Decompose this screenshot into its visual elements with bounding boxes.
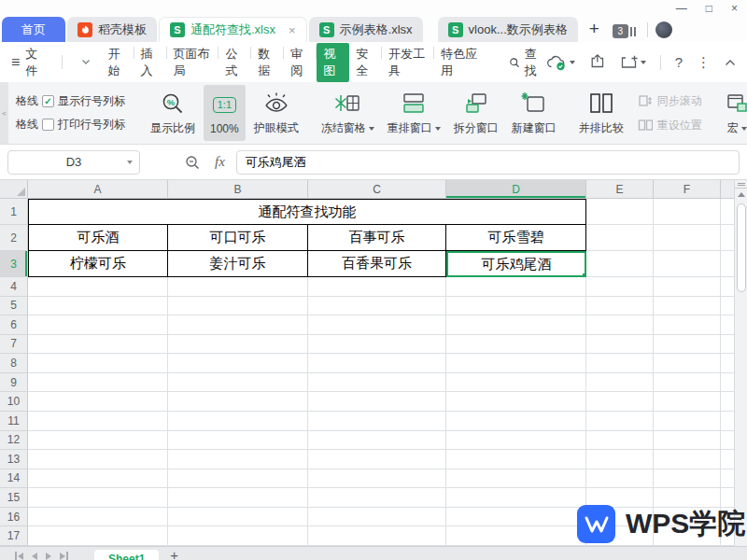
column-header-B[interactable]: B	[168, 180, 308, 198]
menu-item-公式[interactable]: 公式	[218, 43, 251, 82]
row-header-7[interactable]: 7	[0, 335, 28, 355]
row-header-12[interactable]: 12	[0, 431, 28, 451]
more-menu-button[interactable]: ⋮	[697, 54, 711, 71]
row-header-15[interactable]: 15	[0, 488, 28, 508]
cell[interactable]	[28, 488, 168, 508]
select-all-corner[interactable]	[0, 180, 28, 198]
macro-button[interactable]: 宏	[719, 82, 747, 144]
document-tab-4[interactable]: S示例表格.xlsx	[309, 17, 423, 42]
checkbox-checked-icon[interactable]: ✓	[42, 95, 54, 107]
freeze-panes-button[interactable]: 冻结窗格	[315, 82, 381, 144]
cell[interactable]	[446, 335, 586, 355]
cell[interactable]	[28, 297, 168, 316]
menu-item-开始[interactable]: 开始	[102, 43, 134, 82]
row-header-16[interactable]: 16	[0, 508, 28, 527]
cell[interactable]	[446, 488, 586, 508]
close-icon[interactable]: ×	[731, 1, 738, 16]
cell[interactable]	[168, 508, 308, 527]
sheet-tab-sheet1[interactable]: Sheet1	[94, 550, 159, 560]
column-header-D[interactable]: D	[446, 180, 586, 198]
cell[interactable]	[586, 373, 654, 393]
cell[interactable]	[308, 335, 446, 355]
cell[interactable]	[446, 431, 586, 451]
row-header-1[interactable]: 1	[0, 199, 28, 225]
cell[interactable]	[28, 469, 168, 489]
cell[interactable]	[308, 373, 446, 393]
cell-A3[interactable]: 柠檬可乐	[28, 251, 168, 277]
zoom-ratio-button[interactable]: % 显示比例	[144, 82, 202, 144]
cell[interactable]	[586, 412, 654, 431]
zoom-formula-icon[interactable]	[185, 155, 200, 170]
cell[interactable]	[28, 392, 168, 412]
cell[interactable]	[168, 315, 308, 335]
hamburger-icon[interactable]: ≡	[11, 54, 20, 71]
cell[interactable]	[586, 251, 654, 277]
cell-B2[interactable]: 可口可乐	[168, 225, 308, 251]
cell[interactable]	[446, 373, 586, 393]
share-button[interactable]	[589, 53, 606, 72]
cell[interactable]	[168, 431, 308, 451]
row-header-13[interactable]: 13	[0, 450, 28, 469]
cell[interactable]	[654, 225, 721, 251]
fill-handle[interactable]	[582, 273, 586, 277]
cell[interactable]	[308, 297, 446, 316]
cell[interactable]	[446, 508, 586, 527]
cell[interactable]	[586, 225, 654, 251]
row-header-8[interactable]: 8	[0, 354, 28, 373]
cell[interactable]	[586, 450, 654, 469]
cell[interactable]	[654, 277, 721, 297]
row-header-11[interactable]: 11	[0, 412, 28, 431]
cell[interactable]	[28, 508, 168, 527]
split-window-button[interactable]: 拆分窗口	[447, 82, 505, 144]
cell[interactable]	[28, 373, 168, 393]
row-header-17[interactable]: 17	[0, 526, 28, 546]
tab-close-icon[interactable]: ×	[289, 23, 296, 37]
cell[interactable]	[586, 431, 654, 451]
cell-C3[interactable]: 百香果可乐	[308, 251, 446, 277]
maximize-icon[interactable]: □	[706, 1, 712, 16]
cell[interactable]	[168, 488, 308, 508]
menu-item-页面布局[interactable]: 页面布局	[167, 43, 219, 82]
cell[interactable]	[446, 354, 586, 373]
new-tab-button[interactable]: +	[589, 19, 599, 39]
cell[interactable]	[446, 412, 586, 431]
cell[interactable]	[654, 199, 721, 225]
ribbon-collapse-strip[interactable]: <	[0, 82, 8, 144]
eye-protection-button[interactable]: 护眼模式	[247, 82, 305, 144]
cell[interactable]	[308, 469, 446, 489]
cell[interactable]	[308, 354, 446, 373]
cell[interactable]	[28, 412, 168, 431]
cell-B3[interactable]: 姜汁可乐	[168, 251, 308, 277]
cell[interactable]	[168, 469, 308, 489]
fx-icon[interactable]: fx	[215, 154, 225, 170]
cell[interactable]	[446, 297, 586, 316]
next-sheet-button[interactable]	[46, 553, 51, 560]
column-header-A[interactable]: A	[28, 180, 168, 198]
row-header-9[interactable]: 9	[0, 373, 28, 393]
cell[interactable]	[586, 392, 654, 412]
cell[interactable]	[586, 469, 654, 489]
name-box[interactable]: D3	[7, 150, 140, 175]
row-header-6[interactable]: 6	[0, 315, 28, 335]
cell[interactable]	[168, 335, 308, 355]
cell[interactable]	[586, 297, 654, 316]
cell[interactable]	[28, 354, 168, 373]
cell[interactable]	[654, 354, 721, 373]
cell-D3[interactable]: 可乐鸡尾酒	[446, 251, 586, 277]
new-window-button[interactable]: 新建窗口	[505, 82, 563, 144]
cell[interactable]	[308, 431, 446, 451]
cell[interactable]	[654, 335, 721, 355]
row-header-2[interactable]: 2	[0, 225, 28, 251]
cell[interactable]	[654, 251, 721, 277]
cell[interactable]	[308, 315, 446, 335]
cloud-sync-button[interactable]	[545, 54, 575, 71]
cell[interactable]	[28, 335, 168, 355]
cell[interactable]	[168, 450, 308, 469]
minimize-icon[interactable]: —	[676, 1, 687, 16]
cell-A2[interactable]: 可乐酒	[28, 225, 168, 251]
cell[interactable]	[586, 335, 654, 355]
cell[interactable]	[168, 373, 308, 393]
cell[interactable]	[654, 450, 721, 469]
cell[interactable]	[28, 450, 168, 469]
collapse-ribbon-button[interactable]	[725, 55, 736, 69]
